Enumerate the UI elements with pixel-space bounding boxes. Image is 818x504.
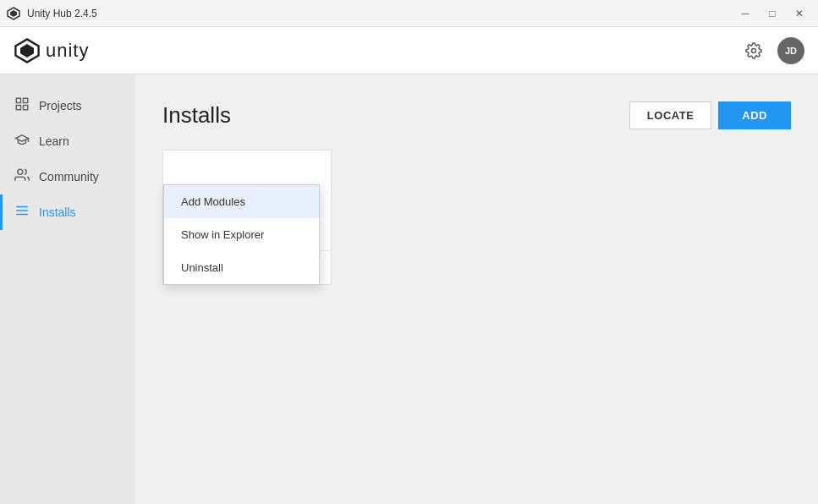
title-bar: Unity Hub 2.4.5 ─ □ ✕: [0, 0, 818, 27]
svg-rect-5: [16, 98, 20, 102]
maximize-button[interactable]: □: [760, 4, 784, 23]
svg-marker-1: [10, 10, 17, 17]
title-bar-controls: ─ □ ✕: [733, 4, 811, 23]
sidebar-item-installs[interactable]: Installs: [0, 194, 135, 230]
header-right: JD: [740, 37, 804, 64]
logo-area: unity: [14, 37, 89, 64]
minimize-button[interactable]: ─: [733, 4, 757, 23]
sidebar-label-learn: Learn: [39, 134, 69, 148]
header-bar: unity JD: [0, 27, 818, 74]
context-menu: Add Modules Show in Explorer Uninstall: [163, 184, 320, 285]
unity-logo-icon: [14, 37, 41, 64]
sidebar-label-installs: Installs: [39, 205, 76, 219]
title-bar-text: Unity Hub 2.4.5: [27, 8, 97, 19]
page-title: Installs: [162, 102, 231, 129]
settings-button[interactable]: [740, 37, 767, 64]
content-area: Installs LOCATE ADD Add Modules Show in …: [135, 74, 818, 504]
context-menu-item-show-in-explorer[interactable]: Show in Explorer: [164, 218, 319, 251]
locate-button[interactable]: LOCATE: [629, 101, 711, 129]
avatar-button[interactable]: JD: [777, 37, 804, 64]
learn-icon: [14, 132, 30, 151]
sidebar-item-learn[interactable]: Learn: [0, 123, 135, 159]
svg-point-9: [18, 169, 23, 174]
page-header: Installs LOCATE ADD: [162, 101, 791, 129]
context-menu-item-uninstall[interactable]: Uninstall: [164, 251, 319, 284]
logo-text: unity: [46, 40, 89, 62]
sidebar: Projects Learn Community: [0, 74, 135, 504]
sidebar-label-community: Community: [39, 170, 99, 184]
svg-rect-8: [24, 106, 28, 110]
svg-point-4: [752, 48, 756, 52]
install-card[interactable]: Add Modules Show in Explorer Uninstall ⚙…: [162, 150, 332, 285]
app-icon: [7, 7, 20, 20]
main-layout: Projects Learn Community: [0, 74, 818, 504]
svg-rect-7: [16, 106, 20, 110]
svg-marker-3: [20, 44, 34, 58]
context-menu-item-add-modules[interactable]: Add Modules: [164, 185, 319, 218]
close-button[interactable]: ✕: [788, 4, 811, 23]
projects-icon: [14, 96, 30, 115]
gear-icon: [745, 42, 762, 59]
installs-icon: [14, 203, 30, 222]
sidebar-item-community[interactable]: Community: [0, 159, 135, 194]
sidebar-item-projects[interactable]: Projects: [0, 88, 135, 123]
header-actions: LOCATE ADD: [629, 101, 791, 129]
sidebar-label-projects: Projects: [39, 99, 82, 112]
add-button[interactable]: ADD: [718, 101, 791, 129]
install-card-wrapper: Add Modules Show in Explorer Uninstall ⚙…: [162, 150, 332, 285]
title-bar-left: Unity Hub 2.4.5: [7, 7, 97, 20]
svg-rect-6: [24, 98, 28, 102]
community-icon: [14, 167, 30, 186]
